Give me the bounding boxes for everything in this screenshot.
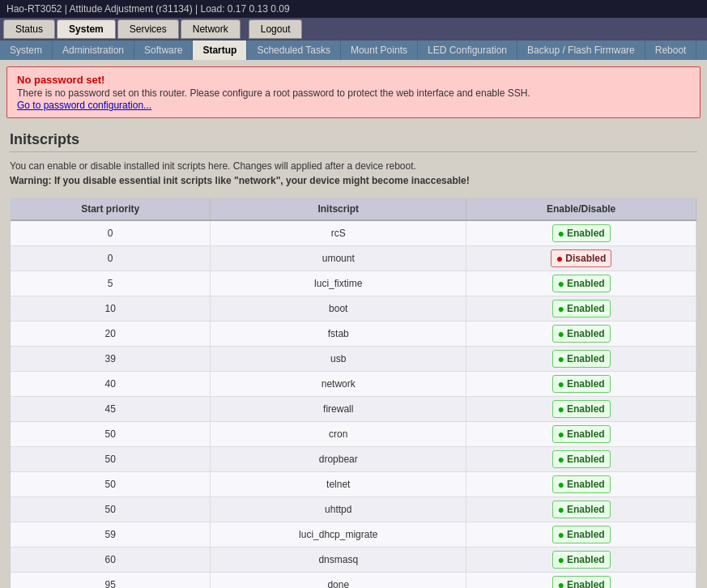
title-text: Hao-RT3052 | Attitude Adjustment (r31134… (6, 3, 290, 15)
green-dot-icon: ● (558, 528, 564, 541)
initscripts-table: Start priority Initscript Enable/Disable… (11, 198, 696, 588)
alert-link[interactable]: Go to password configuration... (17, 100, 151, 111)
cell-name: luci_dhcp_migrate (211, 522, 466, 548)
top-nav: StatusSystemServicesNetworkLogout (0, 18, 707, 40)
cell-status: ●Enabled (466, 447, 696, 472)
status-badge[interactable]: ●Enabled (552, 350, 611, 368)
cell-priority: 0 (11, 246, 211, 271)
cell-name: boot (211, 296, 466, 322)
cell-status: ●Enabled (466, 422, 696, 447)
cell-status: ●Enabled (466, 296, 696, 322)
red-dot-icon: ● (556, 252, 563, 265)
topnav-btn-status[interactable]: Status (3, 19, 55, 39)
topnav-btn-network[interactable]: Network (181, 19, 241, 39)
status-label: Enabled (567, 428, 605, 440)
subnav-item-startup[interactable]: Startup (193, 40, 247, 60)
cell-name: rcS (211, 220, 466, 246)
status-label: Enabled (567, 403, 605, 415)
alert-body: There is no password set on this router.… (17, 87, 690, 99)
page-content: Initscripts You can enable or disable in… (0, 125, 707, 588)
cell-name: firewall (211, 397, 466, 422)
status-badge[interactable]: ●Enabled (552, 275, 611, 292)
status-badge[interactable]: ●Enabled (552, 526, 611, 543)
status-label: Enabled (567, 328, 605, 339)
cell-status: ●Enabled (466, 397, 696, 422)
status-label: Enabled (567, 579, 605, 588)
green-dot-icon: ● (558, 327, 564, 340)
cell-status: ●Enabled (466, 472, 696, 497)
cell-priority: 20 (11, 322, 211, 347)
cell-name: luci_fixtime (211, 271, 466, 296)
green-dot-icon: ● (558, 302, 564, 315)
status-badge[interactable]: ●Enabled (552, 425, 611, 443)
status-badge[interactable]: ●Enabled (552, 300, 611, 317)
description-line1: You can enable or disable installed init… (10, 159, 697, 173)
table-header: Start priority Initscript Enable/Disable (11, 198, 696, 220)
cell-name: network (211, 372, 466, 397)
page-title: Initscripts (10, 131, 697, 152)
subnav-item-reboot[interactable]: Reboot (645, 40, 697, 60)
table-row: 40network●Enabled (11, 372, 696, 397)
subnav-item-backup---flash-firmware[interactable]: Backup / Flash Firmware (517, 40, 645, 60)
cell-status: ●Enabled (466, 573, 696, 589)
subnav-item-led-configuration[interactable]: LED Configuration (418, 40, 517, 60)
cell-priority: 60 (11, 548, 211, 573)
cell-name: uhttpd (211, 497, 466, 522)
cell-name: done (211, 573, 466, 589)
subnav-item-scheduled-tasks[interactable]: Scheduled Tasks (247, 40, 341, 60)
sub-nav: SystemAdministrationSoftwareStartupSched… (0, 40, 707, 60)
status-label: Enabled (567, 554, 605, 565)
status-badge[interactable]: ●Enabled (552, 576, 611, 588)
status-label: Enabled (567, 353, 605, 364)
alert-title: No password set! (17, 74, 690, 86)
cell-name: fstab (211, 322, 466, 347)
green-dot-icon: ● (558, 478, 564, 491)
status-badge[interactable]: ●Enabled (552, 325, 611, 343)
status-badge[interactable]: ●Enabled (552, 450, 611, 468)
status-badge[interactable]: ●Enabled (552, 501, 611, 518)
status-badge[interactable]: ●Enabled (552, 224, 611, 242)
cell-priority: 95 (11, 573, 211, 589)
table-row: 59luci_dhcp_migrate●Enabled (11, 522, 696, 548)
cell-status: ●Enabled (466, 548, 696, 573)
cell-priority: 0 (11, 220, 211, 246)
subnav-item-software[interactable]: Software (134, 40, 193, 60)
green-dot-icon: ● (558, 428, 564, 441)
col-priority: Start priority (11, 198, 211, 220)
topnav-btn-system[interactable]: System (57, 19, 116, 39)
cell-name: umount (211, 246, 466, 271)
green-dot-icon: ● (558, 377, 564, 390)
cell-status: ●Enabled (466, 372, 696, 397)
alert-box: No password set! There is no password se… (6, 66, 701, 118)
cell-priority: 5 (11, 271, 211, 296)
topnav-btn-logout[interactable]: Logout (249, 19, 303, 39)
green-dot-icon: ● (558, 578, 564, 588)
status-label: Enabled (567, 378, 605, 390)
green-dot-icon: ● (558, 553, 564, 566)
cell-priority: 10 (11, 296, 211, 322)
title-bar: Hao-RT3052 | Attitude Adjustment (r31134… (0, 0, 707, 18)
cell-name: dnsmasq (211, 548, 466, 573)
topnav-btn-services[interactable]: Services (117, 19, 179, 39)
table-row: 50uhttpd●Enabled (11, 497, 696, 522)
status-label: Enabled (567, 504, 605, 515)
cell-status: ●Disabled (466, 246, 696, 271)
table-row: 0rcS●Enabled (11, 220, 696, 246)
cell-status: ●Enabled (466, 271, 696, 296)
green-dot-icon: ● (558, 352, 564, 365)
status-badge[interactable]: ●Enabled (552, 475, 611, 493)
col-initscript: Initscript (211, 198, 466, 220)
status-badge[interactable]: ●Enabled (552, 375, 611, 393)
table-row: 50telnet●Enabled (11, 472, 696, 497)
subnav-item-system[interactable]: System (0, 40, 53, 60)
table-row: 50dropbear●Enabled (11, 447, 696, 472)
cell-priority: 40 (11, 372, 211, 397)
status-badge[interactable]: ●Disabled (551, 249, 611, 267)
status-badge[interactable]: ●Enabled (552, 551, 611, 569)
status-label: Enabled (567, 303, 605, 314)
subnav-item-administration[interactable]: Administration (53, 40, 134, 60)
status-badge[interactable]: ●Enabled (552, 400, 611, 418)
subnav-item-mount-points[interactable]: Mount Points (341, 40, 418, 60)
cell-priority: 50 (11, 497, 211, 522)
table-container: Start priority Initscript Enable/Disable… (10, 198, 697, 588)
